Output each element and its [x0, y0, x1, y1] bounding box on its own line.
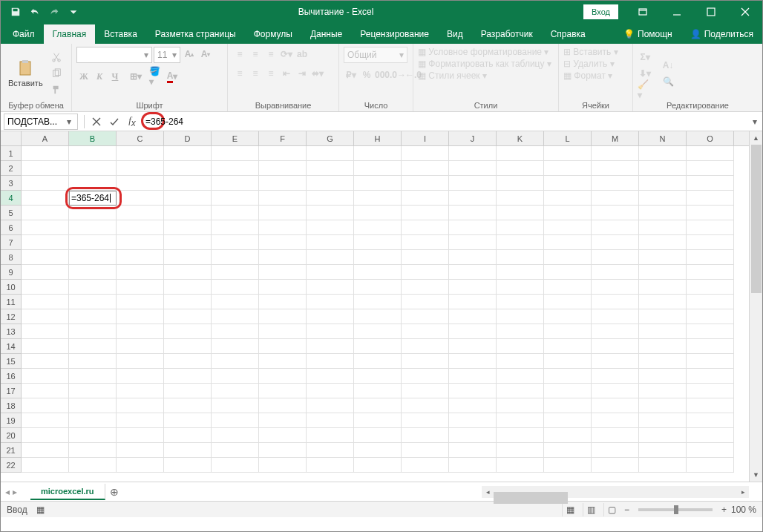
- row-header[interactable]: 5: [1, 206, 21, 220]
- cell[interactable]: [307, 235, 354, 250]
- cell[interactable]: [307, 309, 354, 324]
- cell[interactable]: [22, 413, 69, 428]
- align-center-icon[interactable]: ≡: [248, 66, 263, 81]
- cell[interactable]: [592, 369, 639, 384]
- cell[interactable]: [544, 413, 592, 428]
- cell[interactable]: [592, 235, 639, 250]
- tab-data[interactable]: Данные: [301, 24, 351, 44]
- cell[interactable]: [687, 280, 734, 295]
- row-header[interactable]: 10: [1, 280, 21, 295]
- cell[interactable]: [69, 369, 117, 384]
- zoom-out-icon[interactable]: −: [624, 505, 629, 515]
- row-header[interactable]: 9: [1, 265, 21, 280]
- find-select-icon[interactable]: 🔍: [658, 74, 678, 89]
- cell[interactable]: [69, 280, 117, 295]
- cell[interactable]: [639, 250, 687, 265]
- cell[interactable]: [164, 384, 212, 398]
- cell[interactable]: [639, 324, 687, 339]
- cell[interactable]: [592, 265, 639, 280]
- cell[interactable]: [592, 428, 639, 443]
- cell[interactable]: [354, 339, 402, 354]
- qat-customize-icon[interactable]: [65, 3, 82, 21]
- column-header[interactable]: D: [164, 131, 212, 145]
- align-top-icon[interactable]: ≡: [232, 47, 247, 62]
- cell[interactable]: [307, 413, 354, 428]
- row-header[interactable]: 1: [1, 146, 21, 161]
- close-icon[interactable]: [728, 1, 762, 23]
- cell[interactable]: [212, 398, 259, 413]
- cell[interactable]: [354, 176, 402, 191]
- cell[interactable]: [22, 398, 69, 413]
- cell[interactable]: [449, 220, 497, 235]
- delete-cells-button[interactable]: ⊟ Удалить ▾: [563, 59, 615, 69]
- row-header[interactable]: 22: [1, 458, 21, 473]
- tab-file[interactable]: Файл: [4, 24, 44, 44]
- cell[interactable]: [544, 354, 592, 369]
- cell[interactable]: [259, 369, 307, 384]
- cell[interactable]: [449, 398, 497, 413]
- cell[interactable]: [402, 220, 449, 235]
- cell[interactable]: [639, 265, 687, 280]
- cells-area[interactable]: =365-264: [22, 146, 762, 473]
- cell[interactable]: [117, 295, 164, 309]
- cell[interactable]: [639, 339, 687, 354]
- cell[interactable]: [592, 176, 639, 191]
- cell[interactable]: [449, 235, 497, 250]
- cell[interactable]: [212, 354, 259, 369]
- cell[interactable]: [117, 176, 164, 191]
- cell[interactable]: [497, 413, 544, 428]
- cell[interactable]: [212, 280, 259, 295]
- cell[interactable]: [354, 280, 402, 295]
- cell[interactable]: [402, 161, 449, 176]
- cell[interactable]: [212, 161, 259, 176]
- cell[interactable]: [164, 398, 212, 413]
- ribbon-display-icon[interactable]: [626, 1, 660, 23]
- cell[interactable]: [354, 206, 402, 220]
- cell[interactable]: [592, 309, 639, 324]
- cell[interactable]: [259, 324, 307, 339]
- cell[interactable]: [307, 398, 354, 413]
- cell[interactable]: [687, 265, 734, 280]
- signin-button[interactable]: Вход: [583, 4, 618, 19]
- cell[interactable]: [449, 384, 497, 398]
- cell[interactable]: [544, 458, 592, 473]
- cell[interactable]: [449, 428, 497, 443]
- cell[interactable]: [402, 146, 449, 161]
- format-cells-button[interactable]: ▦ Формат ▾: [563, 70, 612, 81]
- zoom-thumb[interactable]: [674, 505, 678, 514]
- cell[interactable]: [592, 458, 639, 473]
- cell[interactable]: [212, 413, 259, 428]
- cell[interactable]: [307, 384, 354, 398]
- cell[interactable]: [69, 146, 117, 161]
- cell[interactable]: [212, 235, 259, 250]
- cell[interactable]: [544, 220, 592, 235]
- clear-icon[interactable]: 🧹▾: [638, 82, 652, 97]
- row-header[interactable]: 8: [1, 250, 21, 265]
- cut-icon[interactable]: [49, 50, 64, 65]
- cell[interactable]: [164, 354, 212, 369]
- cell[interactable]: [307, 369, 354, 384]
- zoom-level[interactable]: 100 %: [731, 505, 756, 515]
- cell[interactable]: [22, 146, 69, 161]
- cell[interactable]: [497, 384, 544, 398]
- currency-icon[interactable]: ₽▾: [344, 68, 358, 82]
- cell[interactable]: [354, 384, 402, 398]
- cell[interactable]: [259, 265, 307, 280]
- increase-decimal-icon[interactable]: .0→: [390, 68, 405, 82]
- row-header[interactable]: 15: [1, 354, 21, 369]
- cell[interactable]: [117, 309, 164, 324]
- scroll-left-icon[interactable]: ◂: [482, 488, 494, 496]
- cell[interactable]: [117, 161, 164, 176]
- cell[interactable]: [544, 443, 592, 458]
- percent-icon[interactable]: %: [359, 68, 374, 82]
- cell[interactable]: [307, 191, 354, 206]
- cell[interactable]: [449, 354, 497, 369]
- cell[interactable]: [402, 443, 449, 458]
- cell[interactable]: [164, 339, 212, 354]
- cell[interactable]: [687, 324, 734, 339]
- cell[interactable]: [687, 458, 734, 473]
- cell[interactable]: [402, 265, 449, 280]
- cell[interactable]: [449, 413, 497, 428]
- tab-help[interactable]: Справка: [542, 24, 595, 44]
- column-header[interactable]: H: [354, 131, 402, 145]
